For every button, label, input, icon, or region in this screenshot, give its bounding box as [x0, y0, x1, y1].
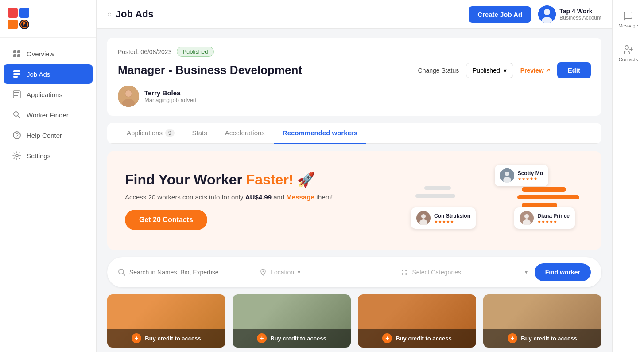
- manager-name: Terry Bolea: [144, 89, 197, 97]
- svg-rect-9: [17, 50, 20, 53]
- chat-bubble-gray-2: [415, 194, 455, 198]
- svg-rect-2: [19, 8, 29, 18]
- scotty-info: Scotty Mo ★★★★★: [518, 170, 543, 181]
- right-panel: Message Contacts: [612, 0, 644, 352]
- posted-date: Posted: 06/08/2023: [118, 48, 171, 55]
- main-area: ○ Job Ads Create Job Ad Tap 4 Work Busin…: [97, 0, 612, 352]
- svg-point-41: [625, 46, 628, 49]
- svg-point-37: [402, 270, 403, 271]
- sidebar-item-overview[interactable]: Overview: [4, 44, 93, 63]
- status-value: Published: [473, 67, 500, 74]
- svg-text:?: ?: [16, 133, 19, 139]
- buy-credit-text-3: Buy credit to access: [396, 335, 451, 342]
- get-contacts-button[interactable]: Get 20 Contacts: [125, 210, 207, 230]
- con-avatar: [416, 211, 431, 225]
- buy-credit-text-2: Buy credit to access: [270, 335, 326, 342]
- con-info: Con Struksion ★★★★★: [434, 213, 470, 224]
- manager-row: Terry Bolea Managing job advert: [118, 86, 591, 107]
- svg-point-36: [263, 271, 264, 272]
- category-chevron-icon: ▾: [525, 269, 528, 275]
- sidebar-item-worker-finder[interactable]: Worker Finder: [4, 105, 93, 125]
- promo-title-text1: Find Your Worker: [125, 172, 246, 188]
- promo-worker-scotty: Scotty Mo ★★★★★: [495, 165, 548, 186]
- buy-credit-text-4: Buy credit to access: [521, 335, 577, 342]
- edit-button[interactable]: Edit: [557, 62, 591, 78]
- tab-applications-badge: 9: [165, 129, 175, 137]
- contacts-panel-item[interactable]: Contacts: [615, 41, 641, 66]
- svg-point-20: [16, 154, 18, 157]
- job-title-row: Manager - Business Development Change St…: [118, 62, 591, 78]
- category-icon: [400, 268, 408, 276]
- search-bar: Location ▾ Select Categories ▾ Find work…: [107, 257, 601, 287]
- category-placeholder: Select Categories: [412, 269, 521, 276]
- user-role: Business Account: [559, 15, 601, 21]
- tab-applications[interactable]: Applications 9: [118, 123, 183, 144]
- overview-icon: [12, 49, 21, 58]
- search-input[interactable]: [129, 269, 244, 276]
- svg-point-38: [405, 270, 407, 271]
- promo-worker-diana: Diana Prince ★★★★★: [514, 207, 575, 229]
- svg-line-17: [18, 116, 20, 118]
- change-status-label: Change Status: [418, 67, 459, 74]
- location-chevron-icon: ▾: [298, 269, 300, 275]
- promo-title-emoji: 🚀: [294, 172, 315, 188]
- preview-button[interactable]: Preview ↗: [520, 67, 550, 74]
- sidebar-label-worker-finder: Worker Finder: [27, 111, 69, 119]
- tab-stats-label: Stats: [192, 129, 207, 137]
- sidebar-label-job-ads: Job Ads: [27, 70, 50, 78]
- tab-accelerations[interactable]: Accelerations: [216, 123, 274, 144]
- promo-illustration: Scotty Mo ★★★★★ Con Struksion: [407, 165, 584, 236]
- message-panel-item[interactable]: Message: [615, 7, 642, 32]
- create-job-ad-button[interactable]: Create Job Ad: [469, 6, 531, 23]
- category-section: Select Categories ▾: [400, 268, 527, 276]
- svg-rect-13: [13, 73, 20, 75]
- external-link-icon: ↗: [546, 67, 550, 74]
- svg-rect-3: [8, 20, 18, 29]
- worker-finder-icon: [12, 110, 21, 119]
- page-title-area: ○ Job Ads: [107, 8, 154, 20]
- status-dropdown[interactable]: Published ▾: [466, 63, 513, 78]
- message-icon: [623, 11, 633, 21]
- svg-point-29: [421, 214, 426, 219]
- applications-icon: [12, 90, 21, 99]
- svg-rect-1: [8, 8, 18, 18]
- manager-avatar-image: [118, 86, 139, 107]
- search-divider-1: [252, 267, 252, 278]
- job-ads-icon: [12, 70, 21, 78]
- find-worker-button[interactable]: Find worker: [535, 263, 591, 281]
- content-area: Posted: 06/08/2023 Published Manager - B…: [97, 29, 612, 352]
- page-title: Job Ads: [116, 8, 154, 20]
- tab-recommended-label: Recommended workers: [283, 129, 357, 137]
- sidebar-item-settings[interactable]: Settings: [4, 146, 93, 165]
- workers-grid: + Buy credit to access + Buy credit to a…: [107, 294, 601, 348]
- chat-bubble-gray-1: [424, 186, 451, 190]
- page-header: ○ Job Ads Create Job Ad Tap 4 Work Busin…: [97, 0, 612, 29]
- sidebar-item-job-ads[interactable]: Job Ads: [4, 64, 93, 84]
- logo-area: [0, 0, 96, 38]
- sidebar-nav: Overview Job Ads Applications Worker Fin…: [0, 38, 96, 352]
- worker-tile-3: + Buy credit to access: [358, 294, 476, 348]
- svg-point-6: [23, 22, 26, 24]
- user-details: Tap 4 Work Business Account: [559, 8, 601, 21]
- tab-recommended[interactable]: Recommended workers: [274, 123, 366, 144]
- chat-bubble-2: [517, 195, 579, 199]
- sidebar-item-help-center[interactable]: ? Help Center: [4, 125, 93, 145]
- posted-row: Posted: 06/08/2023 Published: [118, 47, 591, 57]
- job-title: Manager - Business Development: [118, 63, 302, 77]
- buy-credit-icon-4: +: [508, 333, 517, 343]
- buy-credit-icon-1: +: [132, 333, 141, 343]
- tab-stats[interactable]: Stats: [183, 123, 216, 144]
- promo-worker-con: Con Struksion ★★★★★: [411, 207, 476, 229]
- avatar: [538, 5, 556, 23]
- svg-point-26: [505, 172, 509, 176]
- svg-point-40: [405, 273, 407, 275]
- job-actions: Change Status Published ▾ Preview ↗ Edit: [418, 62, 591, 78]
- promo-description: Access 20 workers contacts info for only…: [125, 193, 333, 201]
- sidebar-item-applications[interactable]: Applications: [4, 85, 93, 104]
- sidebar-label-help-center: Help Center: [27, 132, 62, 139]
- worker-tile-1: + Buy credit to access: [107, 294, 225, 348]
- find-btn-wrapper: Find worker: [535, 263, 591, 281]
- svg-rect-8: [13, 50, 16, 53]
- promo-banner: Find Your Worker Faster! 🚀 Access 20 wor…: [107, 151, 601, 250]
- manager-avatar: [118, 86, 139, 107]
